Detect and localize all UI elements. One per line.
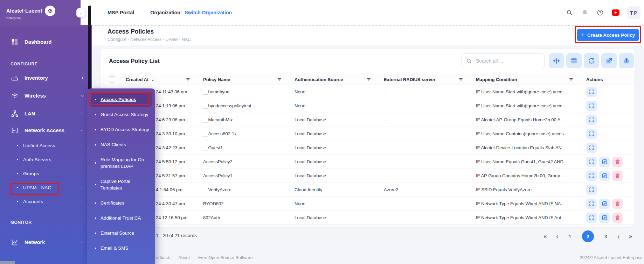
page-2-active[interactable]: 2 <box>582 230 594 242</box>
delete-icon <box>615 215 621 221</box>
expand-row-button[interactable] <box>586 213 597 223</box>
search-input[interactable] <box>475 58 540 64</box>
sidebar-item-network-access[interactable]: Network Access <box>0 122 92 138</box>
row-actions <box>586 185 628 195</box>
submenu-item-access-policies[interactable]: Access Policies <box>91 92 152 107</box>
edit-row-button[interactable] <box>599 199 610 209</box>
sidebar-item-label: Accounts <box>23 199 43 204</box>
footer-links: edbackAboutFree Open Source Software <box>156 255 253 260</box>
last-page-icon[interactable]: » <box>629 234 632 239</box>
chevron-right-icon <box>80 157 84 162</box>
column-header-actions[interactable]: Actions <box>586 77 628 82</box>
submenu-item-nas-clients[interactable]: NAS Clients <box>91 137 152 152</box>
sidebar-item-accounts[interactable]: Accounts <box>0 194 92 208</box>
column-header-policy-name[interactable]: Policy Name <box>203 77 295 82</box>
column-header-mapping-condition[interactable]: Mapping Condition <box>476 77 586 82</box>
row-actions <box>586 129 628 139</box>
sort-desc-icon[interactable] <box>151 77 155 82</box>
table-row: 24 6:23:08 pm__MacauthMixLocal Database-… <box>101 113 635 127</box>
filter-icon[interactable] <box>277 77 282 82</box>
column-label: Actions <box>586 77 603 82</box>
radius-server-cell: - <box>384 145 476 150</box>
edit-row-button[interactable] <box>599 213 610 223</box>
submenu-item-additional-trust-ca[interactable]: Additional Trust CA <box>91 211 152 226</box>
user-avatar[interactable]: T P <box>627 6 640 19</box>
notifications-bell-icon[interactable] <box>581 9 589 16</box>
footer-link-feedback[interactable]: edback <box>156 255 170 260</box>
search-icon[interactable] <box>566 9 573 16</box>
filter-icon[interactable] <box>458 77 463 82</box>
policy-name-cell: AccessPolicy1 <box>203 173 295 178</box>
submenu-item-captive-portal-templates[interactable]: Captive Portal Templates <box>91 174 152 195</box>
delete-row-button[interactable] <box>612 199 623 209</box>
delete-row-button[interactable] <box>612 157 623 167</box>
first-page-icon[interactable]: « <box>544 234 547 239</box>
plus-icon: + <box>581 31 584 38</box>
sidebar-collapse-button[interactable]: ← <box>76 8 86 17</box>
auth-source-cell: None <box>295 103 384 108</box>
chevron-right-icon <box>80 112 84 116</box>
chevron-down-icon <box>80 240 84 244</box>
sidebar-item-unified-access[interactable]: Unified Access <box>0 138 92 152</box>
prev-page-icon[interactable]: ‹ <box>556 234 558 239</box>
mapping-condition-cell: IF Network Type Equals Wired AND IF NA..… <box>476 201 586 206</box>
submenu-item-email-sms[interactable]: Email & SMS <box>91 241 152 256</box>
expand-row-button[interactable] <box>586 199 597 209</box>
expand-row-button[interactable] <box>586 129 597 139</box>
column-header-authentication-source[interactable]: Authentication Source <box>295 77 384 82</box>
delete-row-button[interactable] <box>612 213 623 223</box>
footer-link-open-source[interactable]: Free Open Source Software <box>198 255 253 260</box>
submenu-item-byod-access-strategy[interactable]: BYOD Access Strategy <box>91 122 152 137</box>
sidebar-item-dashboard[interactable]: Dashboard <box>0 32 92 52</box>
expand-row-button[interactable] <box>586 143 597 153</box>
filter-icon[interactable] <box>569 77 574 82</box>
page-1[interactable]: 1 <box>568 234 573 239</box>
help-icon[interactable] <box>596 9 604 16</box>
column-header-external-radius-server[interactable]: External RADIUS server <box>384 77 476 82</box>
page-3[interactable]: 3 <box>603 234 608 239</box>
expand-row-button[interactable] <box>586 87 597 97</box>
switch-organization-link[interactable]: Switch Organization <box>185 10 232 15</box>
bullet-icon <box>95 144 96 145</box>
export-button[interactable] <box>601 53 617 68</box>
edit-row-button[interactable] <box>599 171 610 181</box>
auth-source-cell: None <box>295 201 384 206</box>
expand-row-button[interactable] <box>586 157 597 167</box>
submenu-item-certificates[interactable]: Certificates <box>91 195 152 211</box>
submenu-item-external-source[interactable]: External Source <box>91 226 152 241</box>
columns-icon <box>570 57 578 65</box>
next-page-icon[interactable]: › <box>618 234 619 239</box>
submenu-item-label: Email & SMS <box>101 245 129 251</box>
youtube-icon[interactable] <box>612 9 619 16</box>
table-row: 24 3:30:10 pm__Access802.1xLocal Databas… <box>101 127 635 141</box>
filter-icon[interactable] <box>366 77 371 82</box>
sidebar-item-wireless[interactable]: Wireless <box>0 87 92 105</box>
create-access-policy-button[interactable]: + Create Access Policy <box>577 29 639 41</box>
column-header-created-at[interactable]: Created At <box>126 77 203 82</box>
select-all-checkbox[interactable] <box>109 76 115 83</box>
sidebar-item-network[interactable]: Network <box>0 233 92 252</box>
expand-row-button[interactable] <box>586 115 597 125</box>
filter-icon[interactable] <box>186 77 191 82</box>
refresh-button[interactable] <box>584 53 599 68</box>
chevron-right-icon <box>80 76 84 80</box>
delete-row-button[interactable] <box>612 171 623 181</box>
expand-row-button[interactable] <box>586 171 597 181</box>
columns-button[interactable] <box>566 53 582 68</box>
expand-row-button[interactable] <box>586 101 597 111</box>
sidebar-item-groups[interactable]: Groups <box>0 166 92 180</box>
edit-row-button[interactable] <box>599 157 610 167</box>
sidebar-item-auth-servers[interactable]: Auth Servers <box>0 152 92 166</box>
sidebar-item-lan[interactable]: LAN <box>0 105 92 122</box>
sidebar-horizontal-scrollbar[interactable] <box>0 261 15 264</box>
submenu-item-role-mapping-for-on-premises-ldap[interactable]: Role Mapping for On-premises LDAP <box>91 152 152 174</box>
footer-link-about[interactable]: About <box>178 255 190 260</box>
expand-row-button[interactable] <box>586 185 597 195</box>
upload-button[interactable] <box>619 53 634 68</box>
sidebar-item-inventory[interactable]: Inventory <box>0 69 92 87</box>
expand-columns-button[interactable] <box>549 53 564 68</box>
policy-name-cell: __homebyod <box>203 89 295 94</box>
sidebar-item-upam-nac[interactable]: UPAM - NAC <box>0 180 92 194</box>
inventory-icon <box>11 74 19 82</box>
submenu-item-guest-access-strategy[interactable]: Guest Access Strategy <box>91 107 152 122</box>
